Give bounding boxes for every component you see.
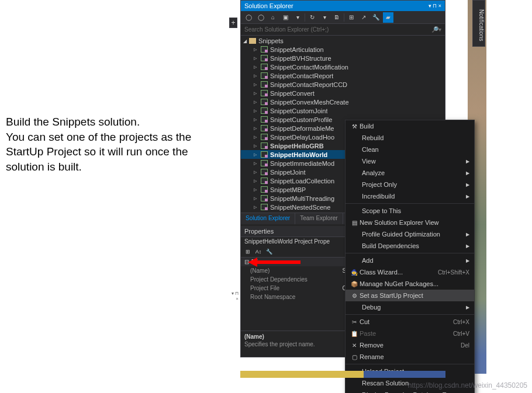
tab-solution-explorer[interactable]: Solution Explorer <box>241 213 295 224</box>
expand-arrow-icon[interactable]: ▷ <box>254 205 258 210</box>
project-item[interactable]: ▷SnippetArticulation <box>241 45 445 54</box>
menu-item[interactable]: Project Only▶ <box>346 179 474 190</box>
panel-window-controls[interactable]: ▾ ⊓ × <box>429 3 441 9</box>
submenu-arrow-icon: ▶ <box>466 171 469 176</box>
expand-arrow-icon[interactable]: ▷ <box>254 56 258 61</box>
project-item[interactable]: ▷SnippetConvert <box>241 89 445 98</box>
menu-item[interactable]: Debug▶ <box>346 301 474 313</box>
nav-back-icon[interactable]: ◯ <box>243 12 254 23</box>
menu-label: Incredibuild <box>362 193 462 200</box>
menu-label: Profile Guided Optimization <box>362 231 462 238</box>
project-label: SnippetImmediateMod <box>270 160 334 167</box>
menu-item[interactable]: Clean <box>346 144 474 155</box>
menu-item[interactable]: ⚒Build <box>346 120 474 132</box>
preview-icon[interactable]: ↗ <box>358 12 369 23</box>
collapse-arrow-icon[interactable]: ◢ <box>243 39 247 44</box>
project-label: SnippetContactModification <box>270 64 348 71</box>
cut-icon: ✂ <box>349 319 360 325</box>
project-icon <box>261 178 268 184</box>
expand-arrow-icon[interactable]: ▷ <box>254 161 258 166</box>
expand-arrow-icon[interactable]: ▷ <box>254 47 258 52</box>
project-item[interactable]: ▷SnippetContactReport <box>241 71 445 80</box>
project-item[interactable]: ▷SnippetContactReportCCD <box>241 80 445 89</box>
expand-arrow-icon[interactable]: ▷ <box>254 74 258 78</box>
toggle-icon[interactable]: ▣ <box>280 12 291 23</box>
collapse-icon[interactable]: ▾ <box>319 12 330 23</box>
project-item[interactable]: ▷SnippetBVHStructure <box>241 54 445 62</box>
expand-arrow-icon[interactable]: ▷ <box>254 187 258 192</box>
project-icon <box>261 134 268 140</box>
expand-arrow-icon[interactable]: ▷ <box>254 117 258 122</box>
menu-item[interactable]: ⚙Set as StartUp Project <box>346 290 474 301</box>
menu-label: Class Wizard... <box>360 269 438 276</box>
wrench-icon[interactable]: 🔧 <box>264 247 274 256</box>
show-all-icon[interactable]: 🗎 <box>331 12 342 23</box>
sync-icon[interactable]: ▾ <box>292 12 303 23</box>
menu-separator <box>346 364 474 364</box>
project-icon <box>261 204 268 210</box>
menu-item[interactable]: Analyze▶ <box>346 167 474 179</box>
menu-item[interactable]: 📦Manage NuGet Packages... <box>346 278 474 290</box>
solution-root[interactable]: ◢ Snippets <box>241 37 445 45</box>
tab-team-explorer[interactable]: Team Explorer <box>295 213 343 224</box>
menu-item[interactable]: Profile Guided Optimization▶ <box>346 228 474 240</box>
menu-item[interactable]: View▶ <box>346 155 474 167</box>
project-icon <box>261 99 268 105</box>
project-item[interactable]: ▷SnippetConvexMeshCreate <box>241 98 445 106</box>
project-icon <box>261 90 268 96</box>
expand-arrow-icon[interactable]: ▷ <box>254 109 258 113</box>
project-icon <box>261 125 268 131</box>
project-label: SnippetConvert <box>270 90 315 97</box>
project-icon <box>261 195 268 201</box>
project-label: SnippetNestedScene <box>270 204 330 211</box>
menu-item[interactable]: Scope to This <box>346 205 474 217</box>
project-icon <box>261 186 268 193</box>
project-item[interactable]: ▷SnippetCustomJoint <box>241 106 445 115</box>
expand-arrow-icon[interactable]: ▷ <box>254 196 258 201</box>
expand-arrow-icon[interactable]: ▷ <box>254 65 258 69</box>
properties-icon[interactable]: ⊞ <box>346 12 357 23</box>
notifications-tab[interactable]: Notifications <box>472 0 485 47</box>
menu-item[interactable]: Build Dependencies▶ <box>346 240 474 252</box>
home-icon[interactable]: ⌂ <box>268 12 278 23</box>
expand-arrow-icon[interactable]: ▷ <box>254 135 258 140</box>
dropdown-icon[interactable]: ▰ <box>383 12 393 23</box>
expand-arrow-icon[interactable]: ▷ <box>254 100 258 105</box>
wrench-icon[interactable]: 🔧 <box>371 12 381 23</box>
dock-pin[interactable]: ▾ ⊓ × <box>229 291 240 301</box>
paste-icon: 📋 <box>349 331 360 337</box>
categorize-icon[interactable]: ⊞ <box>243 247 253 256</box>
remove-icon: ✕ <box>349 342 360 349</box>
alpha-icon[interactable]: A↕ <box>254 247 263 256</box>
expand-arrow-icon[interactable]: ▷ <box>254 144 258 148</box>
expand-arrow-icon[interactable]: ▷ <box>254 82 258 87</box>
nav-fwd-icon[interactable]: ◯ <box>255 12 266 23</box>
expand-arrow-icon[interactable]: ▷ <box>254 91 258 96</box>
refresh-icon[interactable]: ↻ <box>307 12 317 23</box>
menu-item[interactable]: Add▶ <box>346 255 474 266</box>
expand-arrow-icon[interactable]: ▷ <box>254 126 258 131</box>
expand-arrow-icon[interactable]: ▷ <box>254 170 258 175</box>
search-solution-input[interactable]: Search Solution Explorer (Ctrl+;) 🔎▾ <box>241 24 445 36</box>
project-icon <box>261 72 268 79</box>
menu-item[interactable]: Incredibuild▶ <box>346 190 474 202</box>
menu-item[interactable]: ✕RemoveDel <box>346 339 474 351</box>
new-tab-button[interactable]: + <box>229 18 237 28</box>
expand-arrow-icon[interactable]: ▷ <box>254 152 258 157</box>
menu-item[interactable]: ✂CutCtrl+X <box>346 316 474 328</box>
menu-item[interactable]: ▤New Solution Explorer View <box>346 217 474 228</box>
menu-shortcut: Del <box>461 342 469 349</box>
menu-item[interactable]: Rebuild <box>346 132 474 144</box>
menu-item[interactable]: 🧙Class Wizard...Ctrl+Shift+X <box>346 266 474 278</box>
project-context-menu: ⚒BuildRebuildCleanView▶Analyze▶Project O… <box>345 120 475 393</box>
project-item[interactable]: ▷SnippetContactModification <box>241 62 445 71</box>
menu-item[interactable]: ▢Rename <box>346 351 474 363</box>
project-label: SnippetCustomJoint <box>270 107 327 114</box>
project-label: SnippetHelloGRB <box>270 142 324 149</box>
project-label: SnippetJoint <box>270 169 306 176</box>
submenu-arrow-icon: ▶ <box>466 159 469 164</box>
project-icon <box>261 116 268 123</box>
menu-item[interactable]: Display Browsing Database Errors <box>346 389 474 393</box>
submenu-arrow-icon: ▶ <box>466 232 469 237</box>
expand-arrow-icon[interactable]: ▷ <box>254 179 258 183</box>
